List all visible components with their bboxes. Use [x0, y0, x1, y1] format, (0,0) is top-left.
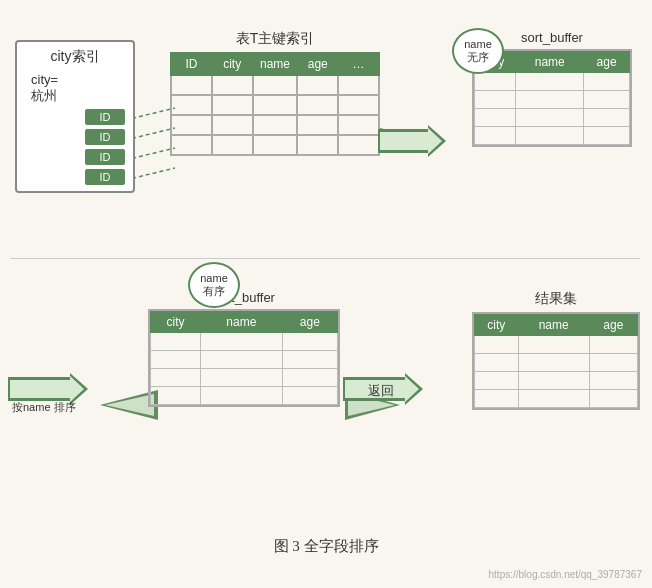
city-index-box: city索引 city= 杭州 ID ID ID ID	[15, 40, 135, 193]
table-row	[475, 390, 638, 408]
sort-buffer-bottom-table-wrapper: city name age	[148, 309, 340, 407]
rs-header-name: name	[518, 315, 589, 336]
section-divider	[10, 258, 640, 259]
table-row	[151, 387, 338, 405]
sort-buffer-bottom-title: sort_buffer	[148, 290, 340, 305]
result-set-title: 结果集	[472, 290, 640, 308]
city-index-title: city索引	[25, 48, 125, 66]
main-table-header-id: ID	[171, 53, 212, 75]
name-unordered-line2: 无序	[467, 50, 489, 65]
main-table-header-city: city	[212, 53, 253, 75]
table-row	[475, 354, 638, 372]
table-row	[171, 95, 379, 115]
table-row	[475, 372, 638, 390]
id-box-3: ID	[85, 149, 125, 165]
rs-header-city: city	[475, 315, 519, 336]
table-row	[475, 109, 630, 127]
sb-bot-header-city: city	[151, 312, 201, 333]
table-row	[475, 336, 638, 354]
name-unordered-line1: name	[464, 38, 492, 50]
city-eq-label: city= 杭州	[31, 72, 125, 105]
table-row	[171, 135, 379, 155]
sort-buffer-bottom-table: city name age	[150, 311, 338, 405]
id-box-1: ID	[85, 109, 125, 125]
main-table-title: 表T主键索引	[170, 30, 380, 48]
name-ordered-bubble: name 有序	[188, 262, 240, 308]
diagram-area: city索引 city= 杭州 ID ID ID ID 表T主键索引 ID ci…	[0, 10, 652, 520]
main-table-header-age: age	[297, 53, 338, 75]
table-row	[151, 369, 338, 387]
sort-buffer-bottom: sort_buffer city name age	[148, 290, 340, 407]
main-table-header-dots: …	[338, 53, 379, 75]
result-set-table: city name age	[474, 314, 638, 408]
return-label: 返回	[368, 382, 394, 400]
result-set-table-wrapper: city name age	[472, 312, 640, 410]
table-row	[171, 115, 379, 135]
quvalue-arrow	[378, 125, 448, 161]
table-row	[151, 333, 338, 351]
name-unordered-bubble: name 无序	[452, 28, 504, 74]
table-row	[475, 73, 630, 91]
table-row	[475, 91, 630, 109]
main-table-header-name: name	[253, 53, 298, 75]
sort-by-name-label: 按name 排序	[12, 400, 76, 415]
id-box-4: ID	[85, 169, 125, 185]
caption: 图 3 全字段排序	[0, 537, 652, 556]
table-row	[151, 351, 338, 369]
sb-bot-header-age: age	[282, 312, 337, 333]
main-container: city索引 city= 杭州 ID ID ID ID 表T主键索引 ID ci…	[0, 0, 652, 588]
svg-marker-10	[105, 394, 154, 416]
id-list: ID ID ID ID	[25, 109, 125, 185]
main-table-container: 表T主键索引 ID city name age …	[170, 30, 380, 156]
result-set: 结果集 city name age	[472, 290, 640, 410]
table-row	[475, 127, 630, 145]
rs-header-age: age	[589, 315, 637, 336]
name-ordered-line1: name	[200, 272, 228, 284]
sb-top-header-name: name	[516, 52, 584, 73]
sb-bot-header-name: name	[200, 312, 282, 333]
name-ordered-line2: 有序	[203, 284, 225, 299]
main-table: ID city name age …	[170, 52, 380, 156]
sb-top-header-age: age	[584, 52, 630, 73]
table-row	[171, 75, 379, 95]
id-box-2: ID	[85, 129, 125, 145]
caption-url: https://blog.csdn.net/qq_39787367	[489, 569, 642, 580]
